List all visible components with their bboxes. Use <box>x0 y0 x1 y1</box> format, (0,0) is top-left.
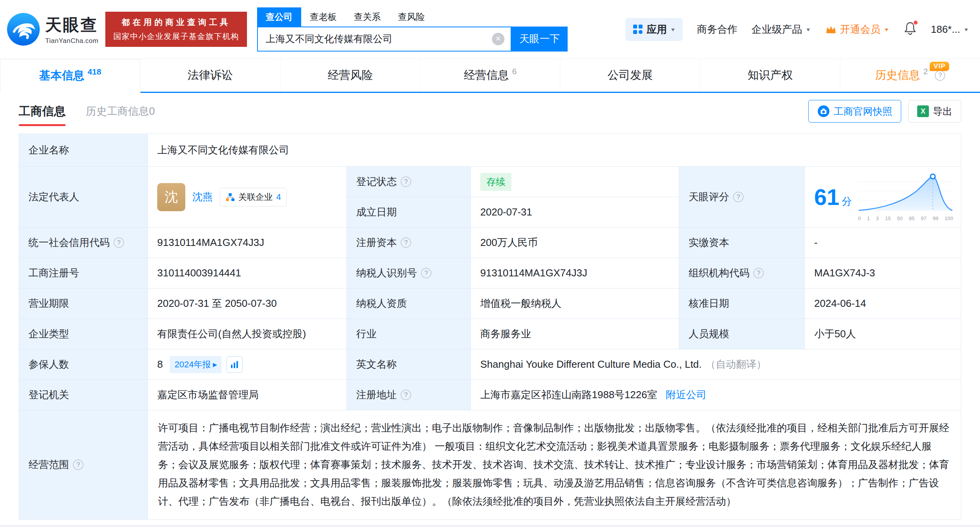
field-scope-value: 许可项目：广播电视节目制作经营；演出经纪；营业性演出；电子出版物制作；音像制品制… <box>148 410 961 520</box>
tab-legal-proceedings[interactable]: 法律诉讼 <box>140 59 281 92</box>
nav-enterprise-products[interactable]: 企业级产品 ▼ <box>751 23 811 36</box>
vip-badge: VIP <box>930 62 949 71</box>
slogan-line1: 都在用的商业查询工具 <box>113 17 239 28</box>
field-reg-capital-value: 200万人民币 <box>471 228 679 258</box>
apps-menu[interactable]: 应用 ▼ <box>625 18 683 41</box>
field-insured-label: 参保人数 <box>19 349 148 380</box>
field-authority-value: 嘉定区市场监督管理局 <box>148 380 347 410</box>
snapshot-button[interactable]: 工商官网快照 <box>808 100 901 123</box>
chevron-down-icon: ▼ <box>805 27 811 32</box>
field-english-name-label: 英文名称 <box>347 349 471 380</box>
help-icon[interactable]: ? <box>733 192 744 202</box>
annual-report-chart-icon[interactable] <box>226 356 243 373</box>
field-taxpayer-no-value: 91310114MA1GX74J3J <box>471 258 679 288</box>
field-taxpayer-quality-label: 纳税人资质 <box>347 288 471 319</box>
search-tab-relation[interactable]: 查关系 <box>345 7 389 27</box>
nav-business-cooperation[interactable]: 商务合作 <box>697 23 737 36</box>
chevron-down-icon: ▼ <box>963 27 969 32</box>
auto-translate-note: （自动翻译） <box>706 358 767 371</box>
field-address-value: 上海市嘉定区祁连山南路1988号1226室 附近公司 <box>471 380 961 410</box>
chevron-down-icon: ▼ <box>884 27 889 32</box>
nearby-companies-link[interactable]: 附近公司 <box>666 388 707 402</box>
field-reg-status-value: 存续 <box>471 167 679 197</box>
search-tab-risk[interactable]: 查风险 <box>389 7 433 27</box>
help-icon[interactable]: ? <box>114 237 124 248</box>
search-input[interactable] <box>258 33 492 45</box>
related-companies-label: 关联企业 <box>238 191 273 203</box>
tab-label: 经营信息 <box>464 68 509 83</box>
legal-rep-link[interactable]: 沈燕 <box>192 190 213 204</box>
account-menu[interactable]: 186*... ▼ <box>931 23 969 36</box>
search-area: 查公司 查老板 查关系 查风险 ✕ 天眼一下 <box>257 7 568 52</box>
help-icon[interactable]: ? <box>401 237 411 248</box>
field-established-label: 成立日期 <box>347 197 471 228</box>
annual-report-tag[interactable]: 2024年报 ▸ <box>170 356 222 373</box>
help-icon[interactable]: ? <box>753 268 764 278</box>
field-taxpayer-quality-value: 增值税一般纳税人 <box>471 288 679 319</box>
related-companies-tag[interactable]: 关联企业 4 <box>220 188 287 207</box>
slogan-line2: 国家中小企业发展子基金旗下机构 <box>113 31 239 42</box>
tab-basic-info[interactable]: 基本信息 418 <box>0 59 140 93</box>
tab-operating-info[interactable]: 经营信息 6 <box>421 59 561 92</box>
field-company-type-label: 企业类型 <box>19 319 148 349</box>
field-paid-capital-label: 实缴资本 <box>679 228 805 258</box>
field-reg-no-label: 工商注册号 <box>19 258 148 288</box>
score-axis-ticks: 0 1 3 15 50 85 97 99 100 <box>857 215 954 221</box>
field-legal-rep-value: 沈 沈燕 关联企业 4 <box>148 167 347 228</box>
notification-bell[interactable] <box>904 21 917 38</box>
tab-count: 2 <box>923 67 928 76</box>
field-taxpayer-no-label: 纳税人识别号 ? <box>347 258 471 288</box>
field-staff-size-label: 人员规模 <box>679 319 805 349</box>
annual-report-label: 2024年报 <box>174 359 211 370</box>
subtab-history-business-info[interactable]: 历史工商信息0 <box>86 104 155 118</box>
field-term-value: 2020-07-31 至 2050-07-30 <box>148 288 347 319</box>
subtab-business-info[interactable]: 工商信息 <box>19 103 66 119</box>
top-navigation: 应用 ▼ 商务合作 企业级产品 ▼ 开通会员 ▼ <box>625 18 969 41</box>
search-tab-company[interactable]: 查公司 <box>257 7 301 27</box>
search-button[interactable]: 天眼一下 <box>511 27 568 52</box>
help-icon[interactable]: ? <box>401 176 411 187</box>
field-address-label: 注册地址 ? <box>347 380 471 410</box>
tab-history-info[interactable]: VIP 历史信息 2 ? <box>840 59 980 92</box>
status-badge: 存续 <box>480 173 511 191</box>
help-icon[interactable]: ? <box>935 70 945 81</box>
tab-count: 6 <box>512 67 517 76</box>
field-approved-value: 2024-06-14 <box>805 288 961 319</box>
brand-domain: TianYanCha.com <box>45 37 98 45</box>
tab-label: 公司发展 <box>607 68 653 83</box>
export-button-label: 导出 <box>933 105 952 118</box>
chevron-down-icon: ▼ <box>670 27 676 32</box>
tab-operating-risk[interactable]: 经营风险 <box>281 59 421 92</box>
help-icon[interactable]: ? <box>421 268 431 278</box>
help-icon[interactable]: ? <box>401 390 411 400</box>
tab-label: 知识产权 <box>747 68 793 83</box>
field-reg-capital-label: 注册资本 ? <box>347 228 471 258</box>
business-info-subtabs: 工商信息 历史工商信息0 工商官网快照 导出 <box>0 93 980 130</box>
tab-intellectual-property[interactable]: 知识产权 <box>700 59 840 92</box>
score-curve-chart[interactable]: 0 1 3 15 50 85 97 99 100 <box>857 173 954 221</box>
search-tab-boss[interactable]: 查老板 <box>301 7 345 27</box>
field-legal-rep-label: 法定代表人 <box>19 167 148 228</box>
crown-icon <box>825 24 837 34</box>
field-credit-code-value: 91310114MA1GX74J3J <box>148 228 347 258</box>
tab-company-development[interactable]: 公司发展 <box>560 59 700 92</box>
field-industry-label: 行业 <box>347 319 471 349</box>
apps-label: 应用 <box>646 23 667 36</box>
field-staff-size-value: 小于50人 <box>805 319 961 349</box>
help-icon[interactable]: ? <box>73 459 83 470</box>
tab-count: 418 <box>87 67 101 77</box>
field-org-code-label: 组织机构代码 ? <box>679 258 805 288</box>
legal-rep-avatar[interactable]: 沈 <box>157 183 185 211</box>
nav-open-vip[interactable]: 开通会员 ▼ <box>825 23 889 36</box>
field-scope-label: 经营范围 ? <box>19 410 148 520</box>
field-company-type-value: 有限责任公司(自然人投资或控股) <box>148 319 347 349</box>
tianyancha-logo-icon <box>7 13 40 46</box>
logo[interactable]: 天眼查 TianYanCha.com <box>7 13 98 46</box>
export-button[interactable]: 导出 <box>908 100 961 123</box>
subtab-actions: 工商官网快照 导出 <box>808 100 961 123</box>
clear-icon[interactable]: ✕ <box>492 33 504 45</box>
field-authority-label: 登记机关 <box>19 380 148 410</box>
notification-dot <box>913 20 918 25</box>
field-org-code-value: MA1GX74J-3 <box>805 258 961 288</box>
field-credit-code-label: 统一社会信用代码 ? <box>19 228 148 258</box>
